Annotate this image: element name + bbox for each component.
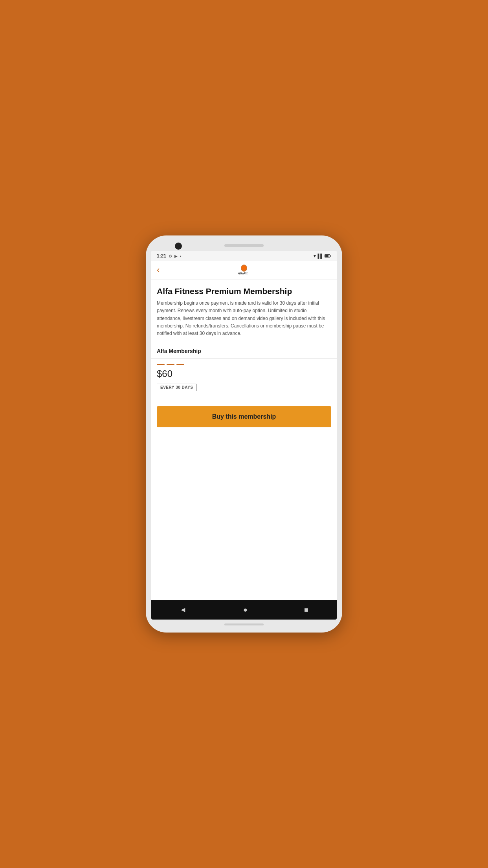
svg-text:AlfaFit: AlfaFit [237,272,248,275]
wifi-icon: ▾ [314,253,316,259]
section-title: Alfa Membership [151,343,337,358]
back-button[interactable]: ‹ [157,266,160,274]
membership-price: $60 [157,368,331,379]
phone-screen: 1:21 ⚙ ▶ ▪ ▾ ▌▌ ‹ [151,251,337,620]
page-title: Alfa Fitness Premium Membership [151,280,337,300]
nav-home-icon[interactable]: ● [243,606,248,614]
status-right: ▾ ▌▌ [314,253,331,259]
frequency-badge: EVERY 30 DAYS [157,384,196,391]
signal-icon: ▌▌ [317,254,323,258]
battery-icon [325,254,331,257]
camera [175,243,182,250]
logo-svg: AlfaFit [237,264,251,276]
phone-bottom-bar [224,623,264,625]
page-description: Membership begins once payment is made a… [151,300,337,343]
buy-membership-button[interactable]: Buy this membership [157,406,331,427]
status-left: 1:21 ⚙ ▶ ▪ [157,253,182,259]
dash-line-2 [167,364,174,365]
content-area: Alfa Fitness Premium Membership Membersh… [151,280,337,600]
membership-dash [157,364,331,365]
status-time: 1:21 [157,253,166,259]
sd-card-icon: ▪ [180,254,182,258]
buy-section: Buy this membership [151,397,337,433]
status-bar: 1:21 ⚙ ▶ ▪ ▾ ▌▌ [151,251,337,261]
play-circle-icon: ▶ [174,254,178,258]
app-header: ‹ AlfaFit [151,261,337,280]
app-logo: AlfaFit [237,264,251,276]
nav-recents-icon[interactable]: ■ [304,606,308,614]
speaker [224,244,264,247]
nav-back-icon[interactable]: ◄ [180,606,187,614]
phone-shell: 1:21 ⚙ ▶ ▪ ▾ ▌▌ ‹ [146,235,342,633]
membership-card: $60 EVERY 30 DAYS [151,359,337,397]
nav-bar: ◄ ● ■ [151,600,337,620]
dash-line-1 [157,364,165,365]
settings-icon: ⚙ [169,254,172,258]
dash-line-3 [176,364,184,365]
phone-top-bar [151,243,337,247]
